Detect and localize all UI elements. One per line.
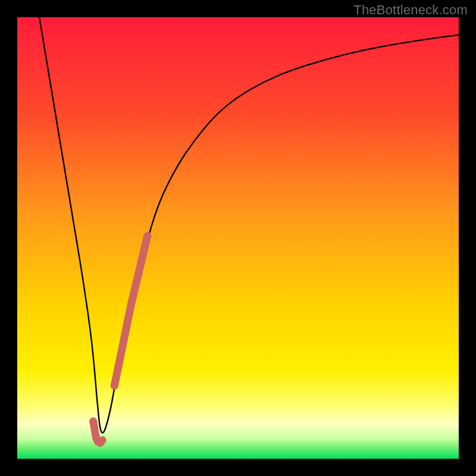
outer-frame: TheBottleneck.com (0, 0, 476, 476)
gradient-background (17, 17, 459, 459)
watermark-text: TheBottleneck.com (353, 2, 468, 18)
bottleneck-chart (17, 17, 459, 459)
